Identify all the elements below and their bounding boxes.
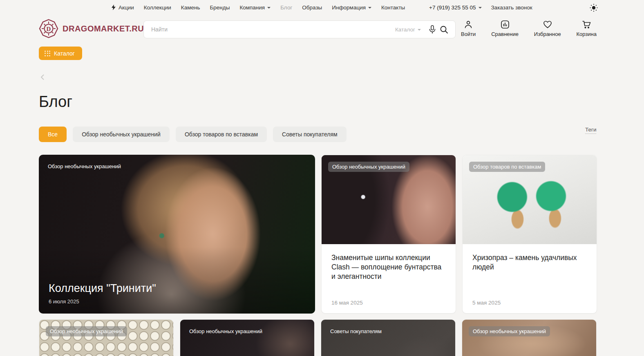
nav-item-label: Образы [302, 4, 322, 11]
chevron-down-icon [267, 7, 271, 9]
nav-item-label: Коллекции [144, 4, 171, 11]
filter-buyer-tips[interactable]: Советы покупателям [273, 127, 347, 142]
grid-icon [45, 51, 50, 56]
category-badge: Обзор необычных украшений [328, 162, 409, 172]
login-label: Войти [461, 31, 476, 37]
filter-label: Обзор необычных украшений [82, 131, 161, 138]
phone-label: +7 (919) 325 55 05 [429, 4, 476, 11]
callback-link[interactable]: Заказать звонок [491, 4, 532, 11]
filter-unusual-jewelry[interactable]: Обзор необычных украшений [73, 127, 170, 142]
filter-by-inserts[interactable]: Обзор товаров по вставкам [176, 127, 267, 142]
blog-card[interactable]: Обзор необычных украшений Знаменитые шип… [321, 155, 456, 314]
nav-item-label: Компания [239, 4, 265, 11]
category-badge: Обзор необычных украшений [46, 326, 127, 336]
blog-card-body: Хризопраз – камень удачливых людей 5 мая… [463, 244, 597, 314]
blog-card-image [321, 320, 455, 356]
user-icon [463, 20, 473, 29]
category-badge: Обзор необычных украшений [189, 326, 262, 336]
blog-card-date: 16 мая 2025 [331, 300, 363, 306]
blog-card[interactable]: Обзор необычных украшений [462, 319, 597, 356]
blog-card-image [39, 320, 173, 356]
search-input[interactable] [151, 26, 395, 33]
nav-item-kollekcii[interactable]: Коллекции [144, 4, 171, 11]
page-title: Блог [39, 93, 72, 111]
catalog-button[interactable]: Каталог [39, 47, 82, 60]
blog-card-body: Знаменитые шипы коллекции Clash — воплощ… [322, 244, 456, 314]
cart-label: Корзина [576, 31, 597, 37]
microphone-icon[interactable] [427, 24, 438, 35]
nav-item-akcii[interactable]: Акции [111, 4, 134, 11]
login-button[interactable]: Войти [461, 20, 476, 37]
logo-emblem-icon: D [39, 19, 58, 38]
blog-card[interactable]: Обзор товаров по вставкам Хризопраз – ка… [462, 155, 597, 314]
nav-item-kontakty[interactable]: Контакты [381, 4, 405, 11]
favorites-label: Избранное [534, 31, 561, 37]
nav-item-label: Камень [181, 4, 200, 11]
callback-label: Заказать звонок [491, 4, 532, 11]
filter-all[interactable]: Все [39, 127, 67, 142]
header-actions: Войти Сравнение Избранное [461, 20, 597, 37]
compare-button[interactable]: Сравнение [491, 20, 519, 37]
nav-item-label: Информация [332, 4, 366, 11]
blog-card-featured[interactable]: Обзор необычных украшений Коллекция "Три… [39, 155, 315, 314]
blog-card[interactable]: Обзор необычных украшений [180, 319, 315, 356]
nav-item-kamen[interactable]: Камень [181, 4, 200, 11]
favorites-button[interactable]: Избранное [534, 20, 561, 37]
blog-card-image: Обзор товаров по вставкам [463, 155, 597, 244]
blog-card-image [462, 320, 596, 356]
search-category-label: Каталог [395, 27, 415, 33]
nav-item-brendy[interactable]: Бренды [210, 4, 230, 11]
blog-card-image: Обзор необычных украшений [322, 155, 456, 244]
category-badge: Советы покупателям [330, 326, 382, 336]
category-badge: Обзор необычных украшений [48, 161, 121, 171]
theme-toggle-sun-icon[interactable] [589, 3, 598, 12]
page: Акции Коллекции Камень Бренды Компания Б… [0, 0, 644, 356]
blog-card-title: Коллекция "Тринити" [49, 282, 156, 295]
nav-item-kompaniya[interactable]: Компания [239, 4, 271, 11]
search-bar: Каталог [143, 20, 456, 38]
category-badge: Обзор товаров по вставкам [469, 162, 545, 172]
category-badge: Обзор необычных украшений [469, 326, 550, 336]
chevron-down-icon [479, 7, 482, 9]
nav-item-informaciya[interactable]: Информация [332, 4, 371, 11]
tags-link[interactable]: Теги [585, 127, 596, 134]
filter-label: Обзор товаров по вставкам [185, 131, 258, 138]
nav-item-obrazy[interactable]: Образы [302, 4, 322, 11]
nav-item-label: Бренды [210, 4, 230, 11]
nav-item-blog[interactable]: Блог [280, 4, 292, 11]
blog-card-title: Знаменитые шипы коллекции Clash — воплощ… [331, 253, 446, 281]
heart-icon [543, 20, 552, 29]
blog-card-date: 6 июля 2025 [49, 298, 79, 305]
blog-card[interactable]: Советы покупателям [321, 319, 456, 356]
compare-icon [500, 20, 510, 29]
cart-button[interactable]: Корзина [576, 20, 597, 37]
phone-number[interactable]: +7 (919) 325 55 05 [429, 4, 482, 11]
blog-card-date: 5 мая 2025 [472, 300, 501, 306]
nav-item-label: Акции [119, 4, 134, 11]
nav-item-label: Блог [280, 4, 292, 11]
back-button[interactable] [39, 73, 47, 82]
lightning-icon [111, 4, 116, 10]
top-nav: Акции Коллекции Камень Бренды Компания Б… [111, 0, 405, 15]
logo-text: DRAGOMARKET.RU [63, 24, 144, 33]
cart-icon [581, 20, 592, 29]
topbar: Акции Коллекции Камень Бренды Компания Б… [0, 0, 644, 15]
blog-card-title: Хризопраз – камень удачливых людей [472, 253, 587, 272]
filter-label: Все [48, 131, 58, 138]
search-category-select[interactable]: Каталог [395, 27, 421, 33]
filter-label: Советы покупателям [282, 131, 338, 138]
svg-text:D: D [47, 26, 51, 32]
blog-card-image [180, 320, 314, 356]
logo[interactable]: D DRAGOMARKET.RU [39, 19, 144, 38]
nav-item-label: Контакты [381, 4, 405, 11]
chevron-down-icon [418, 29, 421, 31]
topbar-right: +7 (919) 325 55 05 Заказать звонок [429, 0, 532, 15]
filter-pills: Все Обзор необычных украшений Обзор това… [39, 127, 347, 142]
compare-label: Сравнение [491, 31, 519, 37]
blog-card[interactable]: Обзор необычных украшений [39, 319, 174, 356]
search-icon[interactable] [438, 24, 449, 35]
catalog-button-label: Каталог [54, 50, 75, 57]
chevron-down-icon [368, 7, 371, 9]
